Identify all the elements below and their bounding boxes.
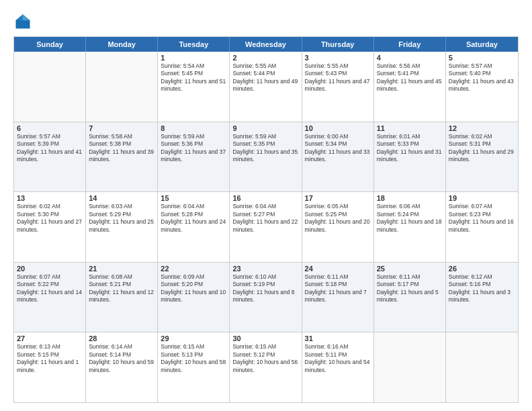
day-info: Sunrise: 6:14 AMSunset: 5:14 PMDaylight:… — [89, 343, 154, 374]
day-number: 19 — [449, 194, 515, 202]
day-number: 5 — [449, 54, 515, 62]
day-number: 4 — [377, 54, 443, 62]
day-cell-17: 17Sunrise: 6:05 AMSunset: 5:25 PMDayligh… — [302, 192, 374, 262]
day-info: Sunrise: 6:02 AMSunset: 5:31 PMDaylight:… — [449, 133, 515, 164]
header-day-monday: Monday — [86, 37, 158, 52]
day-cell-1: 1Sunrise: 5:54 AMSunset: 5:45 PMDaylight… — [158, 52, 230, 122]
day-cell-27: 27Sunrise: 6:13 AMSunset: 5:15 PMDayligh… — [14, 332, 86, 402]
day-number: 29 — [161, 334, 226, 342]
empty-cell — [446, 332, 518, 402]
header-day-thursday: Thursday — [302, 37, 374, 52]
day-info: Sunrise: 6:16 AMSunset: 5:11 PMDaylight:… — [305, 343, 371, 374]
day-info: Sunrise: 5:55 AMSunset: 5:43 PMDaylight:… — [305, 62, 371, 93]
day-number: 1 — [161, 54, 226, 62]
header-day-friday: Friday — [374, 37, 446, 52]
day-cell-10: 10Sunrise: 6:00 AMSunset: 5:34 PMDayligh… — [302, 122, 374, 192]
day-info: Sunrise: 5:57 AMSunset: 5:39 PMDaylight:… — [17, 133, 83, 164]
day-info: Sunrise: 6:11 AMSunset: 5:18 PMDaylight:… — [305, 273, 371, 304]
day-cell-26: 26Sunrise: 6:12 AMSunset: 5:16 PMDayligh… — [446, 263, 518, 332]
day-cell-4: 4Sunrise: 5:56 AMSunset: 5:41 PMDaylight… — [374, 52, 446, 122]
calendar-row-0: 1Sunrise: 5:54 AMSunset: 5:45 PMDaylight… — [14, 52, 518, 122]
day-info: Sunrise: 6:04 AMSunset: 5:28 PMDaylight:… — [161, 203, 226, 234]
day-info: Sunrise: 5:58 AMSunset: 5:38 PMDaylight:… — [89, 133, 154, 164]
day-cell-22: 22Sunrise: 6:09 AMSunset: 5:20 PMDayligh… — [158, 263, 230, 332]
day-cell-9: 9Sunrise: 5:59 AMSunset: 5:35 PMDaylight… — [230, 122, 302, 192]
day-info: Sunrise: 6:06 AMSunset: 5:24 PMDaylight:… — [377, 203, 443, 234]
day-number: 17 — [305, 194, 371, 202]
day-info: Sunrise: 6:05 AMSunset: 5:25 PMDaylight:… — [305, 203, 371, 234]
day-cell-5: 5Sunrise: 5:57 AMSunset: 5:40 PMDaylight… — [446, 52, 518, 122]
day-cell-6: 6Sunrise: 5:57 AMSunset: 5:39 PMDaylight… — [14, 122, 86, 192]
header-day-tuesday: Tuesday — [158, 37, 230, 52]
day-number: 28 — [89, 334, 154, 342]
day-cell-12: 12Sunrise: 6:02 AMSunset: 5:31 PMDayligh… — [446, 122, 518, 192]
day-info: Sunrise: 6:02 AMSunset: 5:30 PMDaylight:… — [17, 203, 83, 234]
calendar-row-1: 6Sunrise: 5:57 AMSunset: 5:39 PMDaylight… — [14, 122, 518, 192]
day-info: Sunrise: 5:56 AMSunset: 5:41 PMDaylight:… — [377, 62, 443, 93]
day-info: Sunrise: 6:03 AMSunset: 5:29 PMDaylight:… — [89, 203, 154, 234]
day-number: 9 — [232, 124, 298, 132]
empty-cell — [374, 332, 446, 402]
svg-marker-1 — [23, 15, 30, 21]
day-number: 31 — [305, 334, 371, 342]
day-number: 22 — [161, 265, 226, 273]
calendar-body: 1Sunrise: 5:54 AMSunset: 5:45 PMDaylight… — [14, 52, 518, 402]
day-number: 18 — [377, 194, 443, 202]
day-info: Sunrise: 6:12 AMSunset: 5:16 PMDaylight:… — [449, 273, 515, 304]
day-cell-30: 30Sunrise: 6:15 AMSunset: 5:12 PMDayligh… — [230, 332, 302, 402]
calendar-row-3: 20Sunrise: 6:07 AMSunset: 5:22 PMDayligh… — [14, 262, 518, 332]
day-cell-8: 8Sunrise: 5:59 AMSunset: 5:36 PMDaylight… — [158, 122, 230, 192]
day-number: 24 — [305, 265, 371, 273]
day-info: Sunrise: 5:55 AMSunset: 5:44 PMDaylight:… — [232, 62, 298, 93]
page: SundayMondayTuesdayWednesdayThursdayFrid… — [0, 0, 532, 411]
day-info: Sunrise: 5:57 AMSunset: 5:40 PMDaylight:… — [449, 62, 515, 93]
day-info: Sunrise: 6:00 AMSunset: 5:34 PMDaylight:… — [305, 133, 371, 164]
day-info: Sunrise: 6:10 AMSunset: 5:19 PMDaylight:… — [232, 273, 298, 304]
day-cell-21: 21Sunrise: 6:08 AMSunset: 5:21 PMDayligh… — [86, 263, 158, 332]
calendar: SundayMondayTuesdayWednesdayThursdayFrid… — [13, 36, 519, 403]
day-cell-13: 13Sunrise: 6:02 AMSunset: 5:30 PMDayligh… — [14, 192, 86, 262]
empty-cell — [14, 52, 86, 122]
day-cell-29: 29Sunrise: 6:15 AMSunset: 5:13 PMDayligh… — [158, 332, 230, 402]
day-cell-28: 28Sunrise: 6:14 AMSunset: 5:14 PMDayligh… — [86, 332, 158, 402]
day-cell-11: 11Sunrise: 6:01 AMSunset: 5:33 PMDayligh… — [374, 122, 446, 192]
day-number: 10 — [305, 124, 371, 132]
day-cell-7: 7Sunrise: 5:58 AMSunset: 5:38 PMDaylight… — [86, 122, 158, 192]
day-cell-18: 18Sunrise: 6:06 AMSunset: 5:24 PMDayligh… — [374, 192, 446, 262]
day-number: 30 — [232, 334, 298, 342]
day-number: 8 — [161, 124, 226, 132]
day-number: 6 — [17, 124, 83, 132]
header-day-wednesday: Wednesday — [230, 37, 302, 52]
day-cell-23: 23Sunrise: 6:10 AMSunset: 5:19 PMDayligh… — [230, 263, 302, 332]
day-info: Sunrise: 6:07 AMSunset: 5:23 PMDaylight:… — [449, 203, 515, 234]
calendar-row-2: 13Sunrise: 6:02 AMSunset: 5:30 PMDayligh… — [14, 191, 518, 262]
day-cell-20: 20Sunrise: 6:07 AMSunset: 5:22 PMDayligh… — [14, 263, 86, 332]
day-info: Sunrise: 5:59 AMSunset: 5:36 PMDaylight:… — [161, 133, 226, 164]
logo — [13, 12, 36, 31]
day-number: 21 — [89, 265, 154, 273]
day-number: 15 — [161, 194, 226, 202]
day-number: 20 — [17, 265, 83, 273]
empty-cell — [86, 52, 158, 122]
day-cell-3: 3Sunrise: 5:55 AMSunset: 5:43 PMDaylight… — [302, 52, 374, 122]
day-number: 2 — [232, 54, 298, 62]
day-number: 27 — [17, 334, 83, 342]
day-info: Sunrise: 6:11 AMSunset: 5:17 PMDaylight:… — [377, 273, 443, 304]
day-number: 3 — [305, 54, 371, 62]
header-day-sunday: Sunday — [14, 37, 86, 52]
day-cell-15: 15Sunrise: 6:04 AMSunset: 5:28 PMDayligh… — [158, 192, 230, 262]
day-info: Sunrise: 6:08 AMSunset: 5:21 PMDaylight:… — [89, 273, 154, 304]
day-number: 16 — [232, 194, 298, 202]
day-cell-16: 16Sunrise: 6:04 AMSunset: 5:27 PMDayligh… — [230, 192, 302, 262]
day-cell-14: 14Sunrise: 6:03 AMSunset: 5:29 PMDayligh… — [86, 192, 158, 262]
day-info: Sunrise: 6:04 AMSunset: 5:27 PMDaylight:… — [232, 203, 298, 234]
day-number: 23 — [232, 265, 298, 273]
day-number: 12 — [449, 124, 515, 132]
svg-marker-2 — [16, 15, 24, 21]
day-number: 26 — [449, 265, 515, 273]
calendar-header: SundayMondayTuesdayWednesdayThursdayFrid… — [14, 37, 518, 52]
day-info: Sunrise: 6:01 AMSunset: 5:33 PMDaylight:… — [377, 133, 443, 164]
day-cell-19: 19Sunrise: 6:07 AMSunset: 5:23 PMDayligh… — [446, 192, 518, 262]
day-info: Sunrise: 5:59 AMSunset: 5:35 PMDaylight:… — [232, 133, 298, 164]
day-cell-31: 31Sunrise: 6:16 AMSunset: 5:11 PMDayligh… — [302, 332, 374, 402]
